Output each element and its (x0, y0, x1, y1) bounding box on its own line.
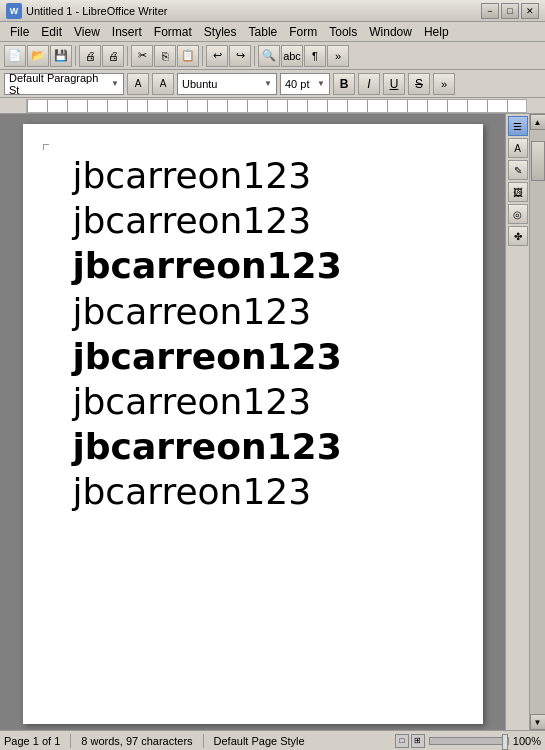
view-normal-btn[interactable]: □ (395, 734, 409, 748)
menu-styles[interactable]: Styles (198, 23, 243, 41)
view-web-btn[interactable]: ⊞ (411, 734, 425, 748)
separator-4 (254, 46, 255, 66)
title-bar: W Untitled 1 - LibreOffice Writer − □ ✕ (0, 0, 545, 22)
menu-view[interactable]: View (68, 23, 106, 41)
zoom-indicator (502, 734, 508, 750)
paragraph-style-dropdown[interactable]: Default Paragraph St ▼ (4, 73, 124, 95)
zoom-level: 100% (513, 735, 541, 747)
undo-group: ↩ ↪ (206, 45, 251, 67)
gallery-panel-button[interactable]: ✎ (508, 160, 528, 180)
properties-panel-button[interactable]: ☰ (508, 116, 528, 136)
size-chevron-icon: ▼ (317, 79, 325, 88)
menu-bar: File Edit View Insert Format Styles Tabl… (0, 22, 545, 42)
navigator-panel-button[interactable]: 🖼 (508, 182, 528, 202)
doc-line-2: jbcarreon123 (73, 199, 433, 242)
size-value: 40 pt (285, 78, 309, 90)
cut-button[interactable]: ✂ (131, 45, 153, 67)
font-name-dropdown[interactable]: Ubuntu ▼ (177, 73, 277, 95)
more-formatting-button[interactable]: » (433, 73, 455, 95)
copy-button[interactable]: ⎘ (154, 45, 176, 67)
find-button[interactable]: 🔍 (258, 45, 280, 67)
print-group: 🖨 🖨 (79, 45, 124, 67)
menu-insert[interactable]: Insert (106, 23, 148, 41)
italic-button[interactable]: I (358, 73, 380, 95)
paste-button[interactable]: 📋 (177, 45, 199, 67)
window-controls: − □ ✕ (481, 3, 539, 19)
status-sep-1 (70, 734, 71, 748)
main-area: jbcarreon123jbcarreon123jbcarreon123jbca… (0, 114, 545, 730)
menu-file[interactable]: File (4, 23, 35, 41)
page: jbcarreon123jbcarreon123jbcarreon123jbca… (23, 124, 483, 724)
extra-panel-button[interactable]: ✤ (508, 226, 528, 246)
ruler (0, 98, 545, 114)
doc-line-3: jbcarreon123 (73, 244, 433, 287)
document-area[interactable]: jbcarreon123jbcarreon123jbcarreon123jbca… (0, 114, 505, 730)
font-chevron-icon: ▼ (264, 79, 272, 88)
doc-line-4: jbcarreon123 (73, 290, 433, 333)
doc-line-8: jbcarreon123 (73, 470, 433, 513)
scroll-down-button[interactable]: ▼ (530, 714, 546, 730)
spellcheck-button[interactable]: abc (281, 45, 303, 67)
separator-3 (202, 46, 203, 66)
right-sidebar: ☰ A ✎ 🖼 ◎ ✤ (505, 114, 529, 730)
page-count: Page 1 of 1 (4, 735, 60, 747)
edit-group: ✂ ⎘ 📋 (131, 45, 199, 67)
zoom-bar[interactable] (429, 737, 509, 745)
menu-format[interactable]: Format (148, 23, 198, 41)
minimize-button[interactable]: − (481, 3, 499, 19)
redo-button[interactable]: ↪ (229, 45, 251, 67)
standard-toolbar: 📄 📂 💾 🖨 🖨 ✂ ⎘ 📋 ↩ ↪ 🔍 abc ¶ » (0, 42, 545, 70)
scroll-track[interactable] (530, 130, 546, 714)
format-marks-button[interactable]: ¶ (304, 45, 326, 67)
print-button[interactable]: 🖨 (102, 45, 124, 67)
window-title: Untitled 1 - LibreOffice Writer (26, 5, 481, 17)
document-content: jbcarreon123jbcarreon123jbcarreon123jbca… (73, 154, 433, 514)
menu-form[interactable]: Form (283, 23, 323, 41)
formatting-toolbar: Default Paragraph St ▼ A A Ubuntu ▼ 40 p… (0, 70, 545, 98)
undo-button[interactable]: ↩ (206, 45, 228, 67)
doc-line-7: jbcarreon123 (73, 425, 433, 468)
page-corner-mark (43, 144, 49, 150)
style-chevron-icon: ▼ (111, 79, 119, 88)
app-icon: W (6, 3, 22, 19)
scroll-thumb[interactable] (531, 141, 545, 181)
styles-panel-button[interactable]: A (508, 138, 528, 158)
ruler-inner (26, 99, 527, 113)
scroll-up-button[interactable]: ▲ (530, 114, 546, 130)
font-size-dropdown[interactable]: 40 pt ▼ (280, 73, 330, 95)
functions-panel-button[interactable]: ◎ (508, 204, 528, 224)
bold-button[interactable]: B (333, 73, 355, 95)
separator-2 (127, 46, 128, 66)
word-count: 8 words, 97 characters (81, 735, 192, 747)
style-icon-btn[interactable]: A (127, 73, 149, 95)
doc-line-5: jbcarreon123 (73, 335, 433, 378)
new-open-group: 📄 📂 💾 (4, 45, 72, 67)
doc-line-6: jbcarreon123 (73, 380, 433, 423)
menu-edit[interactable]: Edit (35, 23, 68, 41)
menu-help[interactable]: Help (418, 23, 455, 41)
menu-window[interactable]: Window (363, 23, 418, 41)
underline-button[interactable]: U (383, 73, 405, 95)
style-btn2[interactable]: A (152, 73, 174, 95)
save-button[interactable]: 💾 (50, 45, 72, 67)
doc-line-1: jbcarreon123 (73, 154, 433, 197)
menu-table[interactable]: Table (243, 23, 284, 41)
separator-1 (75, 46, 76, 66)
print-preview-button[interactable]: 🖨 (79, 45, 101, 67)
menu-tools[interactable]: Tools (323, 23, 363, 41)
style-value: Default Paragraph St (9, 72, 111, 96)
maximize-button[interactable]: □ (501, 3, 519, 19)
strikethrough-button[interactable]: S (408, 73, 430, 95)
status-sep-2 (203, 734, 204, 748)
font-value: Ubuntu (182, 78, 217, 90)
status-bar: Page 1 of 1 8 words, 97 characters Defau… (0, 730, 545, 750)
page-style: Default Page Style (214, 735, 305, 747)
open-button[interactable]: 📂 (27, 45, 49, 67)
close-button[interactable]: ✕ (521, 3, 539, 19)
status-right: □ ⊞ 100% (395, 734, 541, 748)
more-button[interactable]: » (327, 45, 349, 67)
misc-group: 🔍 abc ¶ » (258, 45, 349, 67)
vertical-scrollbar: ▲ ▼ (529, 114, 545, 730)
new-button[interactable]: 📄 (4, 45, 26, 67)
